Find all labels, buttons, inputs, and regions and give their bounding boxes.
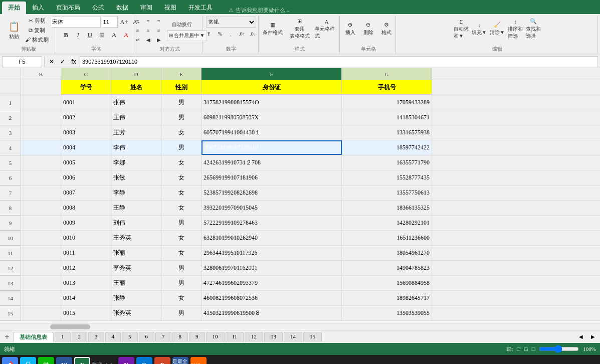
tab-formula[interactable]: 公式 [86,2,110,14]
col-header-F[interactable]: F [202,68,342,80]
number-format-select[interactable]: 常规 数值 货币 [206,17,256,28]
sheet-tab-基础信息表[interactable]: 基础信息表 [13,332,54,342]
cell-G-9[interactable]: 14280292101 [342,216,432,230]
increase-font-button[interactable]: A+ [119,17,130,28]
taskbar-outlook[interactable]: O [136,357,152,364]
delete-button[interactable]: ⊖ 删除 [360,17,376,42]
cell-E-8[interactable]: 女 [161,201,202,215]
taskbar-qq[interactable]: Q [20,357,36,364]
align-top-center-button[interactable]: ≡ [143,17,153,26]
cell-B-1[interactable] [21,95,61,110]
cell-E-5[interactable]: 女 [161,155,202,170]
insert-button[interactable]: ⊕ 插入 [342,17,358,42]
tab-insert[interactable]: 插入 [26,2,50,14]
cell-D-8[interactable]: 王静 [111,201,161,215]
taskbar-gifcam[interactable]: GifCam [190,357,207,364]
cell-E-3[interactable]: 女 [161,125,202,140]
cell-F-4[interactable]: 390733199107120110 [202,140,342,155]
cell-B-7[interactable] [21,186,61,200]
cell-F-13[interactable]: 472746199602093379 [202,276,342,290]
cell-D-5[interactable]: 李娜 [111,155,161,170]
font-name-input[interactable] [51,17,101,28]
sort-filter-button[interactable]: ↕ 排序和筛选 [507,17,523,42]
cell-C-7[interactable]: 0007 [61,186,111,200]
cell-C-9[interactable]: 0009 [61,216,111,230]
row-header-8[interactable]: 8 [0,201,21,216]
row-header-2[interactable]: 2 [0,110,21,125]
border-button[interactable]: ⊞ [97,30,108,41]
sheet-tab-14[interactable]: 14 [284,332,302,342]
scroll-tabs-right-button[interactable]: ▶ [588,332,598,341]
cell-D-7[interactable]: 李静 [111,186,161,200]
taskbar-word[interactable]: W [56,357,72,364]
row-header-9[interactable]: 9 [0,216,21,231]
cell-F-6[interactable]: 265699199107181906 [202,170,342,185]
row-header-1[interactable]: 1 [0,95,21,110]
cell-D-1[interactable]: 张伟 [111,95,161,110]
cell-F-5[interactable]: 42426319910731２708 [202,155,342,170]
comma-button[interactable]: , [226,30,236,39]
taskbar-excel-active[interactable]: X [74,357,90,364]
cell-G-1[interactable]: 17059433289 [342,95,432,110]
cell-E-7[interactable]: 女 [161,186,202,200]
col-header-G[interactable]: G [342,68,432,80]
cell-D-10[interactable]: 王秀英 [111,231,161,245]
cell-G-14[interactable]: 18982645717 [342,291,432,305]
h-scroll-thumb[interactable] [50,324,90,329]
cell-C0[interactable]: 学号 [61,80,111,95]
cell-E-13[interactable]: 男 [161,276,202,290]
format-button[interactable]: ⚙ 格式 [378,17,394,42]
sheet-tab-9[interactable]: 9 [189,332,205,342]
cell-D0[interactable]: 姓名 [111,80,161,95]
cell-C-1[interactable]: 0001 [61,95,111,110]
cell-G-12[interactable]: 14904785823 [342,261,432,275]
indent-more-button[interactable]: ▶ [154,36,164,45]
cell-B-5[interactable] [21,155,61,170]
tab-home[interactable]: 开始 [2,2,26,14]
row-header-11[interactable]: 11 [0,246,21,261]
cell-D-3[interactable]: 王芳 [111,125,161,140]
cell-G-2[interactable]: 14185304671 [342,110,432,125]
percent-button[interactable]: % [215,30,225,39]
underline-button[interactable]: U [85,30,96,41]
cell-B0[interactable] [21,80,61,95]
row-header-5[interactable]: 5 [0,155,21,170]
cell-B-2[interactable] [21,110,61,125]
cell-D-9[interactable]: 刘伟 [111,216,161,230]
cell-F-1[interactable]: 31758219980815574O [202,95,342,110]
cell-F-9[interactable]: 572229199109278463 [202,216,342,230]
insert-function-button[interactable]: fx [69,57,79,67]
font-size-input[interactable] [102,17,118,28]
autosum-button[interactable]: Σ 自动求和▼ [453,17,469,42]
sheet-tab-5[interactable]: 5 [122,332,138,342]
taskbar-chrome[interactable] [2,357,18,364]
cell-B-9[interactable] [21,216,61,230]
cell-E0[interactable]: 性别 [161,80,202,95]
status-view-page[interactable]: □ [532,346,535,352]
cell-D-4[interactable]: 李伟 [111,140,161,155]
cell-F-10[interactable]: 632810199010262940 [202,231,342,245]
cell-F-11[interactable]: 296344199510117926 [202,246,342,260]
cell-D-14[interactable]: 张静 [111,291,161,305]
cell-E-12[interactable]: 男 [161,261,202,275]
cell-C-13[interactable]: 0013 [61,276,111,290]
cell-C-14[interactable]: 0014 [61,291,111,305]
cell-B-4[interactable] [21,140,61,155]
cell-G-5[interactable]: 16355771790 [342,155,432,170]
cell-G-6[interactable]: 15528777435 [342,170,432,185]
bold-button[interactable]: B [61,30,72,41]
row-header-3[interactable]: 3 [0,125,21,140]
cell-B-10[interactable] [21,231,61,245]
sheet-tab-15[interactable]: 15 [303,332,322,342]
format-painter-button[interactable]: 🖌 格式刷 [23,36,51,44]
cell-B-8[interactable] [21,201,61,215]
auto-wrap-button[interactable]: 自动换行 [167,20,197,29]
tab-layout[interactable]: 页面布局 [50,2,86,14]
clear-button[interactable]: 🧹 清除▼ [489,17,505,42]
cell-F0[interactable]: 身份证 [202,80,342,95]
taskbar-wechat[interactable]: 微 [38,357,54,364]
tab-data[interactable]: 数据 [110,2,134,14]
cell-E-15[interactable]: 男 [161,306,202,320]
cell-G-4[interactable]: 18597742422 [342,140,432,155]
cell-B-6[interactable] [21,170,61,185]
